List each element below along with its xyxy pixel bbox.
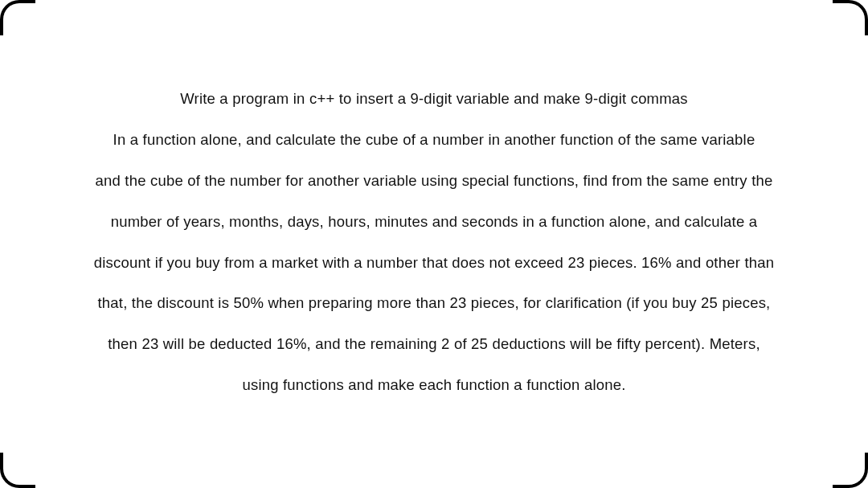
text-line: then 23 will be deducted 16%, and the re… <box>48 334 820 355</box>
text-line: In a function alone, and calculate the c… <box>48 129 820 150</box>
text-line: discount if you buy from a market with a… <box>48 252 820 273</box>
text-line: that, the discount is 50% when preparing… <box>48 293 820 314</box>
text-line: using functions and make each function a… <box>48 375 820 396</box>
text-line: and the cube of the number for another v… <box>48 170 820 191</box>
text-line: number of years, months, days, hours, mi… <box>48 211 820 232</box>
document-body: Write a program in c++ to insert a 9-dig… <box>0 0 868 444</box>
text-line: Write a program in c++ to insert a 9-dig… <box>48 88 820 109</box>
